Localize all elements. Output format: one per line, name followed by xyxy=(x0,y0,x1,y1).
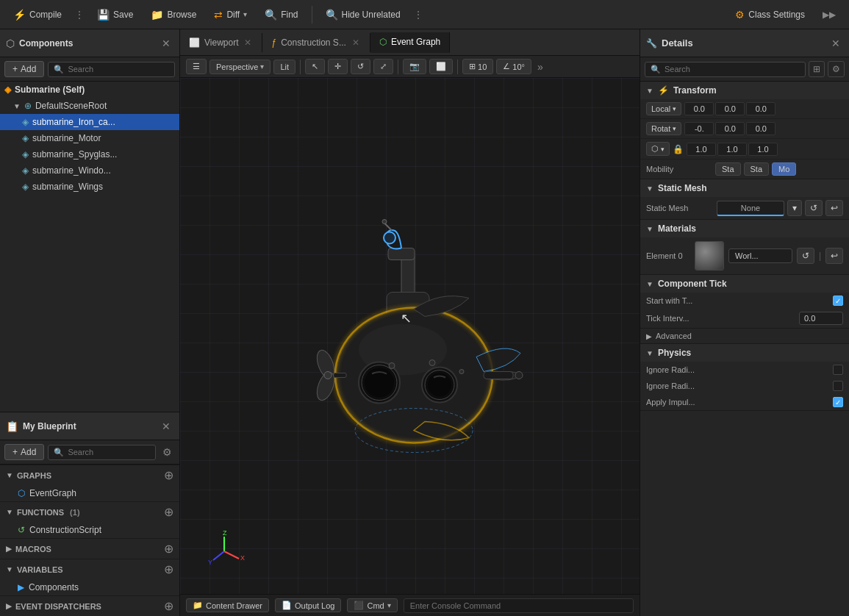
components-search-box[interactable]: 🔍 xyxy=(48,62,175,77)
rotation-x-input[interactable] xyxy=(684,122,714,135)
blueprint-settings-button[interactable]: ⚙ xyxy=(160,445,175,459)
scale-button[interactable]: ⤢ xyxy=(373,59,393,74)
bp-macros-add-button[interactable]: ⊕ xyxy=(164,542,173,556)
surface-snapping-button[interactable]: ⬜ xyxy=(429,59,453,74)
rotate-button[interactable]: ↺ xyxy=(351,59,370,74)
details-grid-button[interactable]: ⊞ xyxy=(809,61,825,77)
tab-viewport[interactable]: ⬜ Viewport ✕ xyxy=(180,33,262,52)
bp-macros-header[interactable]: ▶ MACROS ⊕ xyxy=(0,538,179,559)
translate-button[interactable]: ✛ xyxy=(328,59,348,74)
material-refresh-button[interactable]: ↺ xyxy=(797,248,814,264)
start-with-tick-checkbox[interactable]: ✓ xyxy=(833,296,843,306)
component-tick-section-header[interactable]: ▼ Component Tick xyxy=(640,275,849,293)
transform-section-header[interactable]: ▼ ⚡ Transform xyxy=(640,82,849,99)
output-log-button[interactable]: 📄 Output Log xyxy=(275,598,341,612)
bp-dispatchers-add-button[interactable]: ⊕ xyxy=(164,599,173,613)
ignore-radi-2-checkbox[interactable] xyxy=(833,381,843,391)
expand-button[interactable]: ▶▶ xyxy=(815,7,843,23)
mesh-refresh-button[interactable]: ↺ xyxy=(805,200,823,216)
location-y-input[interactable] xyxy=(715,102,745,115)
bp-event-graph-item[interactable]: ⬡ EventGraph xyxy=(0,485,179,501)
bp-components-variable-item[interactable]: ▶ Components xyxy=(0,579,179,595)
content-drawer-button[interactable]: 📁 Content Drawer xyxy=(186,598,269,612)
mesh-none-button[interactable]: None xyxy=(717,201,784,216)
compile-more-icon[interactable]: ⋮ xyxy=(72,7,87,23)
location-z-input[interactable] xyxy=(746,102,775,115)
bp-functions-header[interactable]: ▼ FUNCTIONS (1) ⊕ xyxy=(0,501,179,522)
advanced-collapsible-row[interactable]: ▶ Advanced xyxy=(640,329,849,343)
rotation-y-input[interactable] xyxy=(715,122,745,135)
mobility-movable-button[interactable]: Mo xyxy=(772,162,796,176)
details-search-input[interactable] xyxy=(664,65,800,74)
details-settings-button[interactable]: ⚙ xyxy=(828,61,845,77)
materials-section-header[interactable]: ▼ Materials xyxy=(640,220,849,237)
details-search-box[interactable]: 🔍 xyxy=(645,62,806,77)
cmd-button[interactable]: ⬛ Cmd ▾ xyxy=(347,598,397,612)
viewport-menu-button[interactable]: ☰ xyxy=(186,59,207,74)
tree-item-motor[interactable]: ◈ submarine_Motor xyxy=(0,130,179,146)
location-x-input[interactable] xyxy=(684,102,714,115)
tree-item-window[interactable]: ◈ submarine_Windo... xyxy=(0,162,179,179)
blueprint-search-box[interactable]: 🔍 xyxy=(48,445,156,460)
class-settings-button[interactable]: ⚙ Class Settings xyxy=(728,6,812,24)
tree-item-wings[interactable]: ◈ submarine_Wings xyxy=(0,179,179,195)
find-button[interactable]: 🔍 Find xyxy=(257,6,305,24)
save-button[interactable]: 💾 Save xyxy=(90,6,140,24)
perspective-button[interactable]: Perspective ▾ xyxy=(209,60,271,74)
components-add-button[interactable]: + Add xyxy=(4,61,44,77)
rotation-z-input[interactable] xyxy=(746,122,775,135)
grid-button[interactable]: ⊞ 10 xyxy=(462,59,493,74)
tick-interval-input[interactable] xyxy=(799,312,843,325)
components-search-input[interactable] xyxy=(68,65,169,74)
rotation-mode-dropdown[interactable]: Rotat ▾ xyxy=(646,122,681,135)
scale-x-input[interactable] xyxy=(687,143,716,156)
tree-item-spyglass[interactable]: ◈ submarine_Spyglas... xyxy=(0,146,179,162)
bp-dispatchers-header[interactable]: ▶ EVENT DISPATCHERS ⊕ xyxy=(0,595,179,616)
bp-graphs-header[interactable]: ▼ GRAPHS ⊕ xyxy=(0,465,179,485)
construction-tab-close[interactable]: ✕ xyxy=(351,37,361,48)
physics-section-header[interactable]: ▼ Physics xyxy=(640,344,849,362)
tab-event-graph[interactable]: ⬡ Event Graph xyxy=(370,32,450,53)
ignore-radi-1-checkbox[interactable] xyxy=(833,365,843,375)
blueprint-search-input[interactable] xyxy=(68,448,150,456)
tree-item-default-scene-root[interactable]: ▼ ⊕ DefaultSceneRoot xyxy=(0,98,179,114)
details-panel-close[interactable]: ✕ xyxy=(828,37,843,49)
bp-variables-add-button[interactable]: ⊕ xyxy=(164,562,173,576)
tree-item-iron-ca[interactable]: ◈ submarine_Iron_ca... xyxy=(0,114,179,130)
diff-button[interactable]: ⇄ Diff ▾ xyxy=(207,6,254,24)
scale-mode-dropdown[interactable]: ⬡ ▾ xyxy=(646,142,670,156)
console-input[interactable] xyxy=(404,598,634,613)
bp-functions-add-button[interactable]: ⊕ xyxy=(164,505,173,519)
select-mode-button[interactable]: ↖ xyxy=(305,59,325,74)
mesh-undo-button[interactable]: ↩ xyxy=(825,200,843,216)
blueprint-add-button[interactable]: + Add xyxy=(4,444,44,460)
svg-point-19 xyxy=(389,363,395,369)
mobility-static-1-button[interactable]: Sta xyxy=(715,162,741,176)
mesh-dropdown-button[interactable]: ▾ xyxy=(787,200,802,216)
viewport[interactable]: ↖ Z X Y xyxy=(180,78,640,594)
scale-z-input[interactable] xyxy=(748,143,778,156)
viewport-tab-close[interactable]: ✕ xyxy=(243,37,253,48)
bp-construction-script-item[interactable]: ↺ ConstructionScript xyxy=(0,522,179,538)
lit-button[interactable]: Lit xyxy=(273,60,295,74)
apply-impul-checkbox[interactable]: ✓ xyxy=(833,397,843,407)
static-mesh-section-header[interactable]: ▼ Static Mesh xyxy=(640,179,849,197)
material-undo-button[interactable]: ↩ xyxy=(825,248,843,264)
viewport-more-icon[interactable]: » xyxy=(534,61,546,73)
camera-button[interactable]: 📷 xyxy=(403,59,426,74)
scale-y-input[interactable] xyxy=(717,143,747,156)
toolbar-more-icon[interactable]: ⋮ xyxy=(411,7,426,23)
blueprint-panel-close[interactable]: ✕ xyxy=(159,420,173,432)
tab-construction[interactable]: ƒ Construction S... ✕ xyxy=(262,33,370,52)
location-mode-dropdown[interactable]: Local ▾ xyxy=(646,102,681,115)
mobility-static-2-button[interactable]: Sta xyxy=(744,162,770,176)
tree-item-submarine-self[interactable]: ◈ Submarine (Self) xyxy=(0,82,179,98)
browse-button[interactable]: 📁 Browse xyxy=(143,6,204,24)
scale-lock-icon[interactable]: 🔒 xyxy=(673,144,684,154)
hide-unrelated-button[interactable]: 🔍 Hide Unrelated xyxy=(318,6,408,24)
compile-button[interactable]: ⚡ Compile xyxy=(6,6,69,24)
components-panel-close[interactable]: ✕ xyxy=(159,37,173,49)
angle-button[interactable]: ∠ 10° xyxy=(496,59,531,74)
bp-graphs-add-button[interactable]: ⊕ xyxy=(164,468,173,482)
bp-variables-header[interactable]: ▼ VARIABLES ⊕ xyxy=(0,559,179,579)
